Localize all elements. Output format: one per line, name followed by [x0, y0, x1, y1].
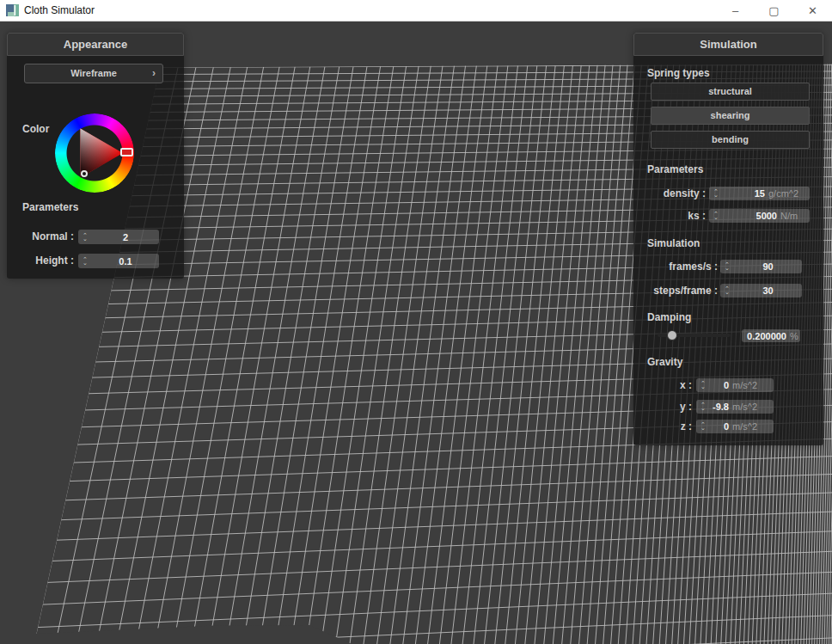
close-button[interactable]: ✕ — [793, 0, 832, 21]
spinner-icon[interactable]: ⌃⌄ — [709, 190, 723, 197]
gravity-x-unit: m/s^2 — [732, 380, 774, 390]
saturation-cursor[interactable] — [81, 170, 88, 177]
steps-field[interactable]: ⌃⌄ 30 — [720, 284, 802, 297]
spinner-icon[interactable]: ⌃⌄ — [709, 212, 723, 219]
height-field[interactable]: ⌃⌄ 0.1 — [78, 254, 159, 268]
gravity-y-unit: m/s^2 — [732, 402, 774, 412]
gravity-x-field[interactable]: ⌃⌄ 0 m/s^2 — [696, 378, 774, 392]
gravity-y-field[interactable]: ⌃⌄ -9.8 m/s^2 — [696, 400, 774, 414]
appearance-panel-title[interactable]: Appearance — [7, 33, 184, 56]
hue-cursor[interactable] — [120, 148, 133, 156]
spinner-icon[interactable]: ⌃⌄ — [696, 403, 710, 410]
simulation-sub-label: Simulation — [647, 237, 700, 249]
structural-button[interactable]: structural — [651, 83, 810, 101]
appearance-parameters-label: Parameters — [22, 201, 78, 213]
spinner-icon[interactable]: ⌃⌄ — [720, 287, 734, 294]
normal-field[interactable]: ⌃⌄ 2 — [78, 230, 159, 244]
shearing-button[interactable]: shearing — [651, 107, 810, 125]
window-title: Cloth Simulator — [24, 4, 95, 16]
simulation-panel: Simulation Spring types structural shear… — [633, 33, 823, 445]
gravity-y-label: y : — [680, 400, 692, 414]
density-label: density : — [664, 187, 706, 201]
damping-label: Damping — [647, 311, 691, 323]
maximize-button[interactable]: ▢ — [755, 0, 793, 21]
ks-field[interactable]: ⌃⌄ 5000 N/m — [709, 209, 810, 223]
gravity-label: Gravity — [647, 356, 682, 368]
frames-field[interactable]: ⌃⌄ 90 — [720, 260, 802, 273]
density-unit: g/cm^2 — [768, 188, 810, 199]
spinner-icon[interactable]: ⌃⌄ — [720, 263, 734, 270]
minimize-button[interactable]: – — [716, 0, 755, 21]
chevron-right-icon: › — [152, 64, 156, 83]
damping-value-field[interactable]: 0.200000 % — [742, 329, 800, 342]
spinner-icon[interactable]: ⌃⌄ — [696, 382, 710, 389]
ks-label: ks : — [688, 209, 706, 224]
spinner-icon[interactable]: ⌃⌄ — [78, 234, 92, 241]
height-label: Height : — [35, 254, 74, 268]
wireframe-mode-button[interactable]: Wireframe › — [24, 64, 163, 83]
steps-label: steps/frame : — [653, 284, 718, 298]
app-icon — [6, 4, 19, 16]
gravity-z-field[interactable]: ⌃⌄ 0 m/s^2 — [696, 420, 774, 433]
spring-types-label: Spring types — [647, 67, 710, 79]
damping-slider[interactable] — [658, 334, 731, 337]
damping-slider-handle[interactable] — [667, 330, 677, 340]
spinner-icon[interactable]: ⌃⌄ — [78, 258, 92, 265]
density-field[interactable]: ⌃⌄ 15 g/cm^2 — [709, 187, 810, 200]
title-bar: Cloth Simulator – ▢ ✕ — [0, 0, 832, 21]
spinner-icon[interactable]: ⌃⌄ — [696, 423, 710, 430]
gravity-x-label: x : — [680, 378, 692, 393]
damping-unit: % — [790, 331, 800, 341]
color-label: Color — [22, 123, 49, 135]
normal-label: Normal : — [32, 230, 74, 244]
ks-unit: N/m — [780, 211, 810, 221]
bending-button[interactable]: bending — [651, 131, 810, 149]
appearance-panel: Appearance Wireframe › Color Par — [7, 33, 184, 279]
simulation-panel-title[interactable]: Simulation — [633, 33, 823, 56]
simulation-parameters-label: Parameters — [647, 163, 703, 175]
gravity-z-unit: m/s^2 — [732, 421, 774, 432]
gravity-z-label: z : — [681, 420, 692, 434]
frames-label: frames/s : — [669, 260, 718, 274]
color-picker[interactable] — [55, 113, 134, 193]
